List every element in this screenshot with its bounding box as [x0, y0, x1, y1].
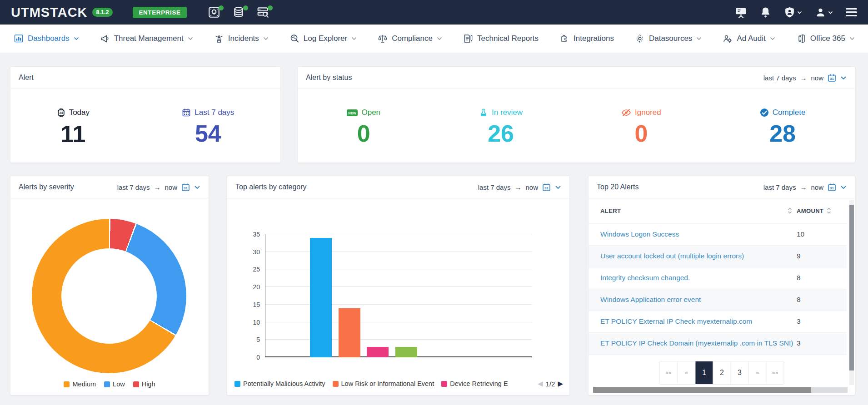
- legend-label: Device Retrieving E: [450, 380, 508, 387]
- y-tick-label: 10: [253, 319, 260, 326]
- chevron-down-icon: [188, 37, 193, 40]
- column-label: ALERT: [600, 207, 621, 214]
- date-to: now: [811, 183, 823, 191]
- legend-item-high[interactable]: High: [133, 380, 155, 388]
- getting-started-button[interactable]: [735, 6, 747, 19]
- legend-prev-button[interactable]: ◀: [538, 380, 543, 388]
- alert-by-status-card: Alert by status last 7 days → now 31 NEW…: [297, 66, 855, 163]
- alert-link[interactable]: Windows Application error event: [589, 289, 797, 311]
- nav-item-integrations[interactable]: Integrations: [559, 34, 614, 44]
- horizontal-scrollbar-thumb[interactable]: [593, 387, 811, 393]
- gridline: [265, 322, 532, 322]
- stat-label: In review: [492, 108, 523, 117]
- alert-stats: 24 Today 11 Last 7 days 54: [10, 89, 280, 162]
- legend-swatch: [441, 381, 447, 387]
- admin-menu-button[interactable]: [784, 6, 802, 19]
- table-row: Integrity checksum changed.8: [589, 267, 847, 289]
- log-search-status-icon[interactable]: [257, 6, 269, 19]
- y-tick-label: 20: [253, 283, 260, 291]
- nav-item-office-365[interactable]: Office 365: [796, 34, 855, 44]
- legend-item-0[interactable]: Potentially Malicious Activity: [234, 380, 325, 387]
- office-365-icon: [796, 34, 806, 44]
- date-range-picker[interactable]: last 7 days → now 31: [478, 183, 561, 192]
- legend-label: High: [142, 380, 155, 388]
- bar-3[interactable]: [395, 347, 417, 357]
- legend-item-medium[interactable]: Medium: [64, 380, 96, 388]
- pagination-last-button[interactable]: »»: [766, 361, 784, 384]
- date-range-picker[interactable]: last 7 days → now 31: [117, 183, 200, 192]
- nav-item-compliance[interactable]: Compliance: [378, 34, 442, 44]
- nav-item-threat-management[interactable]: Threat Management: [100, 34, 193, 44]
- alert-link[interactable]: Integrity checksum changed.: [589, 267, 797, 289]
- service-status-icons: [208, 6, 269, 19]
- stat-label: Complete: [773, 108, 806, 117]
- pagination-page-1[interactable]: 1: [695, 361, 713, 384]
- nav-item-incidents[interactable]: Incidents: [214, 34, 269, 44]
- legend-item-1[interactable]: Low Risk or Informational Event: [333, 380, 434, 387]
- alerts-by-severity-card: Alerts by severity last 7 days → now 31 …: [10, 176, 209, 395]
- alert-link[interactable]: ET POLICY External IP Check myexternalip…: [589, 311, 797, 332]
- topbar-actions: [735, 6, 857, 19]
- enterprise-badge: ENTERPRISE: [133, 7, 186, 18]
- calendar-31-icon: 31: [828, 183, 836, 192]
- user-gear-icon: [723, 34, 733, 44]
- bar-2[interactable]: [367, 347, 389, 357]
- nav-label: Threat Management: [114, 34, 184, 43]
- column-header-alert[interactable]: ALERT: [589, 198, 797, 223]
- notifications-button[interactable]: [760, 6, 771, 19]
- pagination-first-button[interactable]: ««: [660, 361, 678, 384]
- nav-item-dashboards[interactable]: Dashboards: [14, 34, 79, 44]
- date-range-picker[interactable]: last 7 days → now 31: [763, 74, 847, 82]
- legend-swatch: [104, 381, 110, 387]
- database-status-icon[interactable]: [232, 6, 245, 19]
- pagination-page-2[interactable]: 2: [713, 361, 731, 384]
- alert-link[interactable]: User account locked out (multiple login …: [589, 245, 797, 267]
- nav-item-ad-audit[interactable]: Ad Audit: [723, 34, 775, 44]
- nav-item-datasources[interactable]: Datasources: [635, 34, 702, 44]
- gridline: [265, 269, 532, 269]
- horizontal-scrollbar[interactable]: [593, 387, 848, 393]
- date-range-picker[interactable]: last 7 days → now 31: [763, 183, 847, 192]
- nav-label: Dashboards: [28, 34, 70, 43]
- main-menu: Dashboards Threat Management Incidents L…: [0, 25, 868, 53]
- chevron-down-icon: [437, 37, 442, 40]
- legend-item-low[interactable]: Low: [104, 380, 125, 388]
- alert-amount: 10: [797, 223, 847, 245]
- utmstack-logo: UTMSTACK: [11, 5, 88, 20]
- severity-legend: Medium Low High: [10, 380, 209, 388]
- sort-icon: [827, 207, 831, 214]
- pagination-next-button[interactable]: »: [748, 361, 766, 384]
- flask-icon: [479, 108, 488, 117]
- puzzle-icon: [559, 34, 569, 44]
- alert-link[interactable]: Windows Logon Success: [589, 223, 797, 245]
- pagination-prev-button[interactable]: «: [678, 361, 695, 384]
- eye-off-icon: [621, 108, 631, 117]
- bar-0[interactable]: [310, 238, 332, 357]
- user-menu-button[interactable]: [815, 7, 833, 18]
- bar-1[interactable]: [339, 308, 360, 357]
- vertical-scrollbar-thumb[interactable]: [849, 205, 854, 370]
- column-label: AMOUNT: [797, 207, 823, 214]
- nav-item-log-explorer[interactable]: Log Explorer: [289, 34, 357, 44]
- legend-item-2[interactable]: Device Retrieving E: [441, 380, 508, 387]
- alert-link[interactable]: ET POLICY IP Check Domain (myexternalip …: [589, 332, 797, 354]
- report-document-icon: [463, 34, 473, 44]
- stat-last-7-days: Last 7 days 54: [182, 108, 234, 145]
- column-header-amount[interactable]: AMOUNT: [797, 198, 847, 223]
- new-badge-icon: NEW: [347, 109, 358, 116]
- datasources-orbit-icon: [635, 34, 645, 44]
- severity-donut[interactable]: [32, 219, 186, 373]
- legend-label: Low Risk or Informational Event: [341, 380, 434, 387]
- arrow-right-icon: →: [800, 74, 807, 82]
- vertical-scrollbar[interactable]: [849, 200, 854, 385]
- hamburger-menu-button[interactable]: [846, 6, 857, 18]
- dashboard-content: Alert 24 Today 11 Last 7 days 54 Alert b…: [0, 53, 868, 405]
- vault-status-icon[interactable]: [208, 6, 220, 19]
- alert-card: Alert 24 Today 11 Last 7 days 54: [10, 66, 281, 163]
- gridline: [265, 339, 532, 340]
- chevron-down-icon: [770, 37, 775, 40]
- bell-icon: [760, 6, 771, 19]
- nav-item-technical-reports[interactable]: Technical Reports: [463, 34, 539, 44]
- pagination-page-3[interactable]: 3: [731, 361, 748, 384]
- legend-next-button[interactable]: ▶: [558, 380, 563, 388]
